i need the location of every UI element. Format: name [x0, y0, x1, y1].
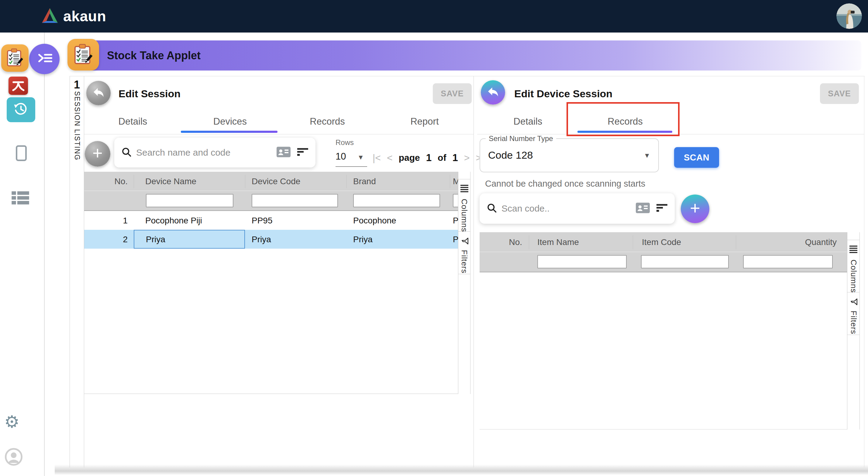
records-table-side-strip: Columns Filters — [847, 232, 860, 429]
search-icon — [121, 147, 132, 159]
records-table-header: No. Item Name Item Code Quantity — [479, 232, 847, 252]
devices-table-bottom-border — [84, 394, 470, 394]
records-table-bottom-border — [479, 429, 860, 429]
user-avatar[interactable] — [836, 3, 862, 29]
applet-header-icon — [67, 39, 99, 70]
filter-input-brand[interactable] — [353, 194, 440, 207]
add-record-button[interactable]: + — [681, 195, 709, 223]
col-header-no: No. — [479, 237, 522, 247]
back-button-device-session[interactable] — [481, 80, 505, 105]
columns-side-tab[interactable]: Columns — [458, 179, 470, 232]
session-listing-strip[interactable]: SESSION LISTING — [70, 91, 84, 160]
session-save-button[interactable]: SAVE — [433, 83, 472, 104]
columns-side-tab[interactable]: Columns — [847, 240, 860, 292]
screen: akaun — [0, 0, 868, 476]
cell-device-code: PP95 — [252, 216, 273, 226]
scan-code-box — [479, 193, 675, 224]
right-panel-title: Edit Device Session — [514, 88, 612, 100]
session-count: 1 — [70, 79, 84, 91]
col-header-device-name: Device Name — [145, 177, 196, 186]
applet-title: Stock Take Applet — [107, 40, 200, 70]
filter-input-item-name[interactable] — [537, 255, 627, 268]
filter-input-clipped[interactable] — [453, 194, 458, 207]
columns-label: Columns — [849, 260, 858, 293]
page-word: page — [399, 153, 420, 163]
session-listing-label: SESSION LISTING — [73, 91, 81, 160]
col-header-no: No. — [84, 177, 128, 186]
rail-item-session-history[interactable] — [7, 97, 35, 122]
filter-list-icon[interactable] — [297, 148, 309, 157]
brand-logo[interactable]: akaun — [41, 7, 106, 26]
card-view-icon[interactable] — [636, 203, 650, 215]
first-page-button[interactable]: |< — [373, 152, 381, 163]
scan-button[interactable]: SCAN — [674, 147, 719, 168]
search-icon — [486, 203, 497, 215]
table-row[interactable]: 1 Pocophone Piji PP95 Pocophone P — [84, 211, 458, 230]
filter-input-device-code[interactable] — [252, 194, 338, 207]
cell-device-code: Priya — [252, 235, 271, 244]
content-top-border — [70, 76, 865, 76]
selected-cell-device-name[interactable]: Priya — [134, 230, 245, 249]
panel-divider — [473, 76, 474, 468]
add-device-button[interactable]: + — [85, 141, 110, 167]
top-navbar: akaun — [0, 0, 868, 32]
rail-item-device[interactable] — [16, 145, 27, 161]
rail-item-stock-take-applet[interactable] — [1, 44, 29, 72]
col-header-brand: Brand — [353, 177, 376, 186]
active-tab-underline-devices — [181, 131, 277, 133]
content-right-border — [864, 76, 864, 468]
plus-icon: + — [690, 199, 700, 217]
settings-gear-icon[interactable]: ⚙ — [4, 413, 20, 430]
cell-no: 2 — [84, 235, 128, 244]
col-header-clipped: M — [453, 177, 458, 186]
devices-filter-row — [84, 191, 458, 210]
filter-list-icon[interactable] — [656, 204, 668, 213]
devices-table-side-strip: Columns Filters — [458, 172, 470, 394]
back-button-session[interactable] — [86, 81, 111, 105]
tab-devices-session[interactable]: Devices — [181, 116, 279, 127]
brand-name: akaun — [63, 8, 106, 25]
tab-details-device-session[interactable]: Details — [479, 116, 577, 127]
next-page-button[interactable]: > — [464, 152, 470, 163]
dai-character-icon — [10, 78, 26, 94]
rail-item-listing[interactable] — [11, 191, 29, 206]
profile-icon[interactable] — [5, 448, 23, 467]
card-view-icon[interactable] — [277, 147, 290, 159]
table-row-selected[interactable]: 2 Priya Priya Priya P — [84, 230, 458, 249]
serial-number-type-select[interactable]: Serial Number Type Code 128 ▼ — [479, 138, 659, 172]
filter-input-item-code[interactable] — [641, 255, 729, 268]
scanning-note: Cannot be changed once scanning starts — [485, 179, 645, 189]
of-word: of — [438, 153, 446, 163]
tab-details-session[interactable]: Details — [84, 116, 181, 127]
back-arrow-icon — [487, 86, 499, 99]
filter-input-quantity[interactable] — [743, 255, 833, 268]
cell-brand: Priya — [353, 235, 373, 244]
device-search-input[interactable] — [136, 147, 274, 158]
prev-page-button[interactable]: < — [387, 152, 393, 163]
rows-caret-down-icon[interactable]: ▼ — [358, 153, 364, 161]
filter-input-device-name[interactable] — [146, 194, 234, 207]
filters-side-tab[interactable]: Filters — [458, 232, 470, 274]
total-pages: 1 — [452, 152, 458, 163]
back-arrow-icon — [92, 87, 105, 99]
device-session-save-button[interactable]: SAVE — [820, 83, 859, 104]
history-icon — [13, 102, 29, 117]
devices-table: No. Device Name Device Code Brand M 1 Po… — [84, 172, 458, 394]
serial-caret-down-icon: ▼ — [644, 152, 650, 159]
scrollbar-corner — [847, 232, 860, 240]
rows-per-page-value[interactable]: 10 — [336, 151, 346, 162]
rows-label: Rows — [336, 138, 354, 147]
serial-number-type-label: Serial Number Type — [486, 135, 556, 143]
col-header-device-code: Device Code — [252, 177, 300, 186]
columns-icon — [849, 245, 857, 255]
content-bottom-fade — [55, 471, 868, 475]
cell-clipped: P — [453, 216, 458, 226]
rail-item-bigledger[interactable] — [8, 77, 28, 95]
filters-side-tab[interactable]: Filters — [847, 292, 860, 335]
expand-menu-button[interactable] — [29, 44, 60, 74]
scan-code-input[interactable] — [501, 203, 633, 214]
scrollbar-corner — [458, 172, 470, 179]
tab-records-session[interactable]: Records — [279, 116, 376, 127]
col-header-item-code: Item Code — [642, 237, 681, 247]
tab-report-session[interactable]: Report — [376, 116, 473, 127]
